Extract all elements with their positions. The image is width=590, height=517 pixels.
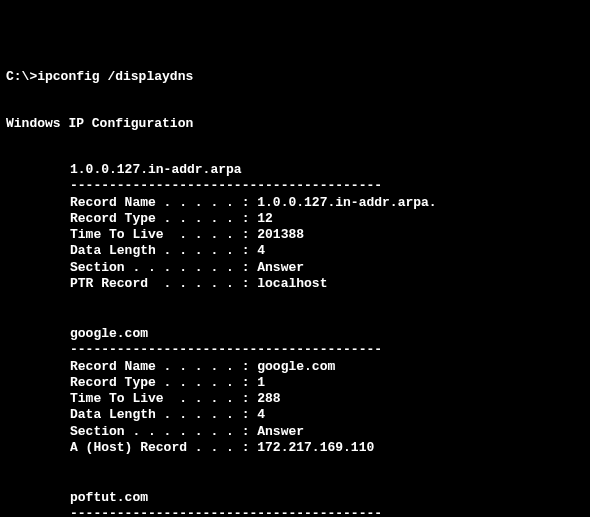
dns-records-output: 1.0.0.127.in-addr.arpa------------------… [6,162,584,517]
command-prompt-line: C:\>ipconfig /displaydns [6,69,584,85]
record-name-row: Record Name . . . . . : 1.0.0.127.in-add… [70,195,584,211]
record-final-row: A (Host) Record . . . : 172.217.169.110 [70,440,584,456]
record-data-length-row: Data Length . . . . . : 4 [70,243,584,259]
record-name-row: Record Name . . . . . : google.com [70,359,584,375]
record-section-row: Section . . . . . . . : Answer [70,424,584,440]
record-separator: ---------------------------------------- [70,178,584,194]
record-separator: ---------------------------------------- [70,342,584,358]
record-type-row: Record Type . . . . . : 12 [70,211,584,227]
record-ttl-row: Time To Live . . . . : 201388 [70,227,584,243]
ip-config-header: Windows IP Configuration [6,116,584,132]
record-title: 1.0.0.127.in-addr.arpa [70,162,584,178]
blank-line [6,312,584,326]
record-final-row: PTR Record . . . . . : localhost [70,276,584,292]
record-section-row: Section . . . . . . . : Answer [70,260,584,276]
dns-record: poftut.com------------------------------… [6,490,584,517]
record-type-row: Record Type . . . . . : 1 [70,375,584,391]
dns-record: 1.0.0.127.in-addr.arpa------------------… [6,162,584,292]
record-ttl-row: Time To Live . . . . : 288 [70,391,584,407]
blank-line [6,476,584,490]
record-title: poftut.com [70,490,584,506]
record-title: google.com [70,326,584,342]
record-separator: ---------------------------------------- [70,506,584,517]
dns-record: google.com------------------------------… [6,326,584,456]
record-data-length-row: Data Length . . . . . : 4 [70,407,584,423]
